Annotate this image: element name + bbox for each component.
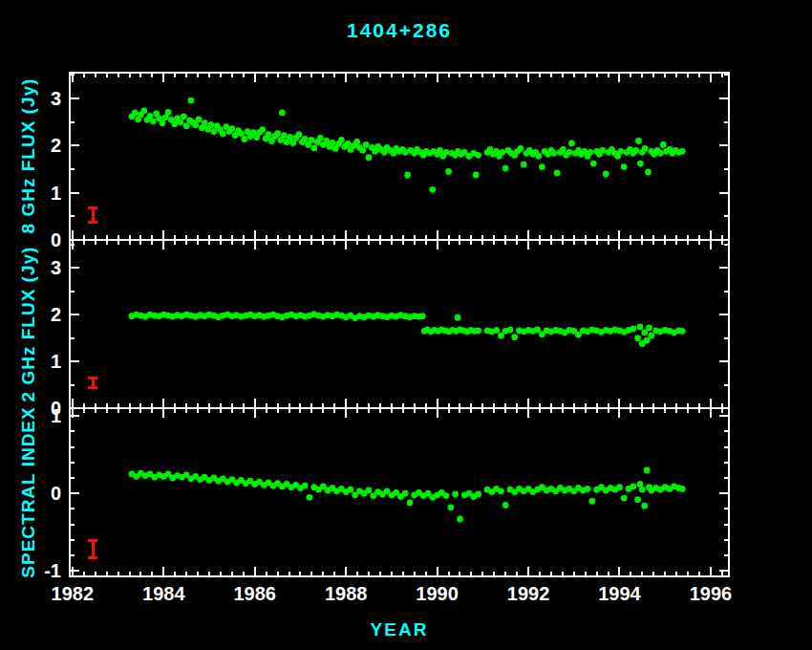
y-axis-label-spectral-index: SPECTRAL INDEX [18,406,39,577]
y-tick-label: 0 [51,483,61,504]
data-point [202,119,208,126]
data-point [630,326,636,333]
data-point [310,145,317,152]
data-point [196,116,203,122]
data-point [419,313,426,319]
data-point [590,161,597,167]
data-point [366,488,373,494]
x-tick-label: 1986 [233,583,276,604]
data-point [443,149,450,156]
y-tick-label: 3 [51,257,61,278]
y-tick-label: 1 [51,351,61,372]
data-point [473,172,480,179]
data-point [632,147,639,154]
data-point [644,467,651,474]
data-point [493,327,500,334]
data-point [634,335,641,341]
data-point [502,165,509,172]
data-point [568,141,575,147]
data-point [618,148,625,155]
data-point [279,110,286,117]
data-point [616,484,623,490]
data-point [181,113,187,119]
data-point [511,334,518,340]
y-tick-label: 3 [51,88,61,109]
data-point [448,504,455,510]
data-point [649,333,655,339]
data-point [178,119,184,125]
x-tick-label: 1982 [52,583,95,604]
data-point [634,496,641,503]
y-axis-label-8ghz: 8 GHz FLUX (Jy) [18,78,39,234]
data-point [330,140,336,146]
data-point [281,132,288,139]
data-point [309,137,315,143]
data-point [635,138,642,144]
data-point [241,136,247,142]
data-point [404,172,411,179]
data-point [507,327,514,334]
data-point [296,131,303,138]
x-tick-label: 1984 [142,583,185,604]
data-point [641,329,648,336]
data-point [585,486,591,492]
data-point [188,98,195,104]
data-point [644,337,651,344]
data-point [639,487,646,493]
data-point [165,109,172,116]
data-point [208,121,215,128]
data-point [599,147,606,154]
data-point [539,163,545,170]
data-point [457,516,463,523]
data-point [160,119,166,126]
data-point [259,126,266,133]
data-point [646,325,652,332]
data-point [499,149,505,156]
x-tick-label: 1990 [416,583,459,604]
data-point [475,152,481,159]
data-point [502,502,509,509]
data-point [603,171,609,178]
light-curve-figure: 1404+286 0123012319821984198619881990199… [0,0,812,650]
y-tick-label: 2 [51,135,61,156]
data-point [140,108,147,115]
data-point [560,146,566,153]
data-point [317,135,324,141]
data-point [630,484,636,490]
data-point [210,128,217,135]
data-point [359,147,366,154]
data-point [637,161,644,167]
data-point [171,120,178,127]
data-point [518,145,524,152]
y-tick-label: 1 [51,183,61,204]
data-point [345,141,352,147]
data-point [642,145,649,152]
data-point [407,500,414,507]
data-point [521,162,527,168]
data-point [363,141,370,148]
data-point [274,130,281,137]
data-point [679,148,686,155]
data-point [588,149,594,156]
data-point [588,498,595,505]
data-point [307,494,313,501]
data-point [554,170,561,177]
x-tick-label: 1988 [325,583,368,604]
data-point [475,491,481,498]
data-point [366,154,373,161]
x-tick-label: 1992 [507,583,550,604]
data-point [637,324,644,331]
data-point [536,153,543,160]
data-point [429,186,436,193]
x-tick-label: 1996 [690,583,733,604]
data-point [445,168,452,175]
data-point [660,141,667,148]
chart-canvas: 0123012319821984198619881990199219941996… [0,0,812,650]
data-point [302,136,309,142]
data-point [323,138,330,144]
plot-frame [70,73,729,240]
data-point [192,121,199,128]
data-point [621,495,628,502]
data-point [475,327,481,334]
data-point [437,147,443,154]
